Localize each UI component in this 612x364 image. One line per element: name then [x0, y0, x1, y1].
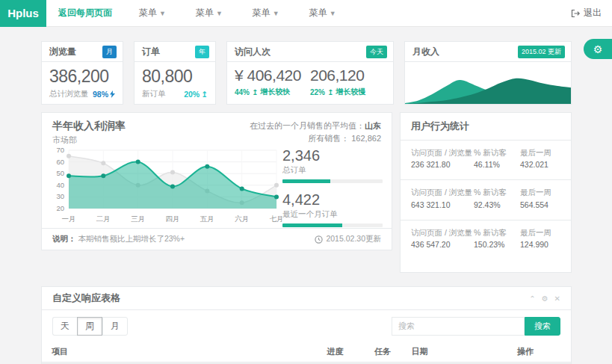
svg-text:一月: 一月 — [62, 215, 76, 223]
stat-cards-row: 浏览量 月 386,200 总计浏览量 98% 订单 年 80,800 新订单 … — [41, 41, 572, 105]
nav-menu-1-label: 菜单 — [139, 7, 157, 18]
total-orders-progressbar — [282, 179, 383, 183]
pageviews-value: 386,200 — [49, 67, 115, 87]
card-visits-title: 访问人次 — [235, 46, 271, 58]
user-stats-row: 访问页面 / 浏览量236 321.80 % 新访客46.11% 最后一周432… — [401, 141, 571, 180]
svg-text:二月: 二月 — [96, 215, 111, 223]
period-tabs: 天 周 月 — [52, 317, 128, 336]
nav-links: 返回每周页面 菜单▼ 菜单▼ 菜单▼ 菜单▼ — [46, 0, 351, 26]
card-orders-title: 订单 — [142, 46, 160, 58]
nav-menu-1[interactable]: 菜单▼ — [124, 7, 181, 19]
month-orders-value: 4,422 — [282, 191, 383, 209]
stat-label: 访问页面 / 浏览量 — [411, 228, 472, 237]
user-stats-title: 用户行为统计 — [401, 113, 571, 141]
nav-menu-3[interactable]: 菜单▼ — [238, 7, 294, 19]
sales-value: 162,862 — [351, 134, 381, 143]
sign-out-icon — [571, 9, 580, 18]
column-header-task[interactable]: 任务 — [365, 342, 402, 363]
orders-stat: 20%↥ — [184, 90, 208, 99]
income-area-chart — [405, 61, 571, 104]
card-orders: 订单 年 80,800 新订单 20%↥ — [134, 41, 216, 105]
stat-value: 436 547.20 — [411, 239, 474, 250]
stat-value: 150.23% — [474, 239, 520, 250]
tab-month[interactable]: 月 — [102, 317, 128, 336]
svg-text:七月: 七月 — [270, 215, 284, 223]
svg-text:50: 50 — [56, 169, 64, 177]
settings-fab-button[interactable]: ⚙ — [584, 39, 612, 59]
column-header-project[interactable]: 项目 — [42, 342, 317, 363]
table-panel-title: 自定义响应表格 — [52, 291, 120, 305]
close-icon[interactable]: ✕ — [554, 294, 560, 303]
stat-value: 92.43% — [474, 200, 520, 211]
chevron-down-icon: ▼ — [159, 10, 166, 17]
column-header-progress[interactable]: 进度 — [317, 342, 365, 363]
svg-text:三月: 三月 — [131, 215, 145, 223]
stat-label: 最后一周 — [520, 148, 551, 157]
chevron-down-icon: ▼ — [216, 10, 223, 17]
svg-text:六月: 六月 — [235, 215, 249, 223]
search-button[interactable]: 搜索 — [525, 317, 560, 336]
stat-value: 643 321.10 — [411, 200, 474, 211]
level-up-icon: ↥ — [201, 90, 208, 99]
total-orders-label: 总订单 — [282, 165, 383, 176]
orders-label: 新订单 — [142, 89, 166, 99]
panel-note: 说明： 本期销售额比上期增长了23%+ — [52, 234, 185, 244]
stat-label: % 新访客 — [474, 188, 507, 197]
top-navbar: Hplus 返回每周页面 菜单▼ 菜单▼ 菜单▼ 菜单▼ 退出 — [0, 0, 612, 27]
nav-home-link[interactable]: 返回每周页面 — [46, 7, 124, 19]
month-orders-progressbar — [282, 223, 383, 227]
avg-region: 山东 — [365, 121, 381, 130]
bolt-icon — [110, 90, 115, 98]
svg-text:20: 20 — [56, 204, 64, 212]
nav-menu-2-label: 菜单 — [196, 7, 214, 18]
stat-label: 最后一周 — [520, 188, 551, 197]
level-up-icon: ↥ — [252, 88, 258, 96]
chevron-down-icon: ▼ — [273, 10, 279, 17]
card-income: 月收入 2015.02 更新 — [404, 41, 572, 105]
nav-menu-3-label: 菜单 — [253, 7, 271, 18]
profit-panel-meta: 在过去的一个月销售的平均值：山东 所有销售： 162,862 — [250, 120, 381, 146]
stat-label: 访问页面 / 浏览量 — [411, 148, 472, 157]
stat-value: 124.990 — [520, 239, 560, 250]
nav-menu-2[interactable]: 菜单▼ — [181, 7, 238, 19]
pageviews-stat: 98% — [93, 90, 115, 99]
svg-text:70: 70 — [56, 146, 64, 154]
wrench-icon[interactable]: ⚙ — [542, 294, 548, 303]
month-orders-label: 最近一个月订单 — [282, 209, 383, 220]
panel-updated: 2015.02.30更新 — [315, 234, 381, 244]
clock-icon — [315, 235, 323, 244]
column-header-date[interactable]: 日期 — [401, 342, 507, 363]
card-visits-badge: 今天 — [366, 46, 387, 58]
tab-week[interactable]: 周 — [77, 317, 102, 336]
profit-panel-title: 半年收入利润率 — [52, 120, 126, 133]
tab-day[interactable]: 天 — [52, 317, 77, 336]
search-input[interactable] — [392, 317, 525, 336]
card-pageviews-title: 浏览量 — [49, 46, 76, 58]
collapse-icon[interactable]: ⌃ — [529, 294, 535, 303]
projects-table: 项目 进度 任务 日期 操作 米莫说 | MiMO Show 20% 2014.… — [42, 342, 571, 364]
profit-panel: 半年收入利润率 市场部 在过去的一个月销售的平均值：山东 所有销售： 162,8… — [41, 112, 392, 250]
stat-value: 432.021 — [520, 159, 560, 170]
visits-value-1: ¥ 406,420 — [235, 67, 310, 84]
svg-text:四月: 四月 — [166, 215, 180, 223]
profit-chart-wrap: 203040506070一月二月三月四月五月六月七月 — [45, 146, 285, 223]
visits-stat-1: 44%↥增长较快 — [235, 87, 310, 97]
user-stats-row: 访问页面 / 浏览量436 547.20 % 新访客150.23% 最后一周12… — [401, 220, 571, 259]
stat-label: 访问页面 / 浏览量 — [411, 188, 472, 197]
app-logo[interactable]: Hplus — [0, 0, 46, 27]
svg-text:60: 60 — [56, 158, 64, 166]
stat-label: 最后一周 — [520, 228, 551, 237]
card-pageviews: 浏览量 月 386,200 总计浏览量 98% — [41, 41, 123, 105]
level-up-icon: ↥ — [327, 88, 333, 96]
logout-button[interactable]: 退出 — [571, 0, 602, 26]
visits-value-2: 206,120 — [310, 67, 386, 84]
nav-menu-4[interactable]: 菜单▼ — [294, 7, 351, 19]
orders-summary: 2,346 总订单 4,422 最近一个月订单 — [282, 147, 383, 235]
custom-table-panel: 自定义响应表格 ⌃ ⚙ ✕ 天 周 月 搜索 项目 进度 任务 日期 操作 — [41, 286, 572, 364]
profit-panel-subtitle: 市场部 — [52, 135, 126, 146]
column-header-action[interactable]: 操作 — [507, 342, 571, 363]
user-stats-panel: 用户行为统计 访问页面 / 浏览量236 321.80 % 新访客46.11% … — [400, 112, 572, 273]
card-orders-badge: 年 — [195, 46, 209, 58]
pageviews-label: 总计浏览量 — [49, 89, 89, 99]
stat-label: % 新访客 — [474, 148, 507, 157]
